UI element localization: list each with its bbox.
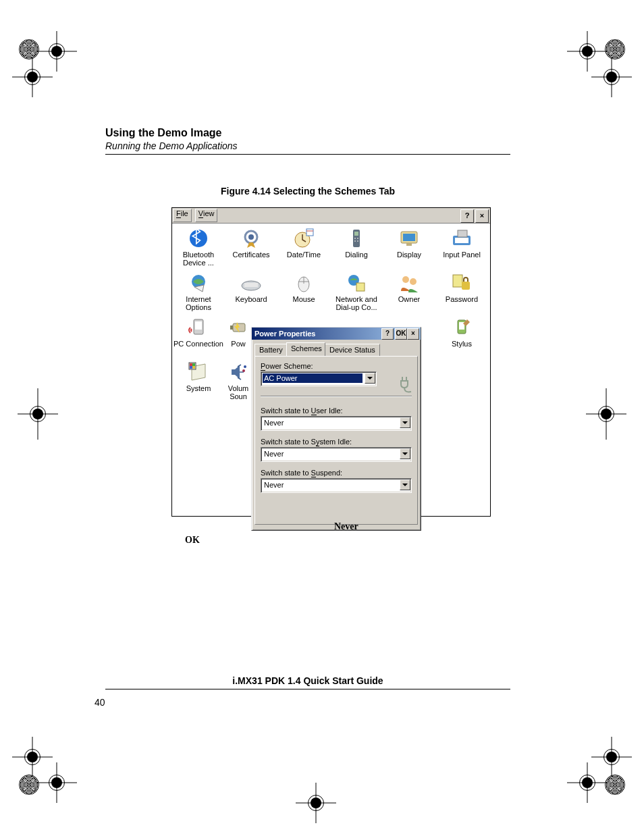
- cp-dialing[interactable]: Dialing: [330, 228, 383, 259]
- keyboard-icon: [240, 272, 262, 294]
- tab-schemes[interactable]: Schemes: [286, 342, 325, 356]
- cp-power[interactable]: Pow: [225, 317, 252, 348]
- certificate-icon: [240, 228, 262, 249]
- cp-label: Date/Time: [277, 251, 330, 259]
- cp-network[interactable]: Network and Dial-up Co...: [330, 272, 383, 311]
- svg-rect-26: [462, 282, 470, 290]
- cp-keyboard[interactable]: Keyboard: [225, 272, 277, 303]
- help-button[interactable]: ?: [460, 209, 474, 223]
- cp-label: System: [172, 384, 225, 392]
- power-scheme-combo[interactable]: AC Power: [261, 371, 377, 386]
- lock-icon: [451, 272, 473, 294]
- close-button[interactable]: ×: [475, 209, 489, 223]
- header-rule: [105, 154, 510, 155]
- control-panel: Bluetooth Device ... Certificates Date/T…: [172, 224, 490, 516]
- page-number: 40: [95, 697, 105, 708]
- cp-label: Bluetooth Device ...: [172, 251, 225, 267]
- power-scheme-label: Power Scheme:: [261, 362, 412, 370]
- svg-rect-19: [244, 283, 258, 287]
- screenshot-window: File View ? × Bluetooth Device ... Certi…: [171, 207, 491, 517]
- footer-rule: [105, 689, 510, 689]
- cp-volume[interactable]: Volum Soun: [225, 361, 252, 400]
- svg-rect-30: [230, 325, 233, 330]
- chevron-down-icon[interactable]: [365, 373, 375, 384]
- svg-rect-34: [190, 363, 192, 366]
- svg-point-23: [402, 276, 409, 283]
- cp-password[interactable]: Password: [435, 272, 488, 303]
- cp-owner[interactable]: Owner: [383, 272, 435, 303]
- svg-rect-25: [453, 275, 462, 287]
- pda-icon: [188, 317, 209, 338]
- svg-point-10: [357, 240, 358, 242]
- svg-point-7: [354, 238, 356, 239]
- chevron-down-icon[interactable]: [400, 417, 410, 428]
- cp-label: Certificates: [225, 251, 277, 259]
- caption-never: Never: [334, 521, 358, 532]
- user-idle-combo[interactable]: Never: [261, 416, 412, 431]
- svg-rect-6: [354, 232, 358, 236]
- svg-point-8: [357, 238, 358, 239]
- menu-file[interactable]: File: [173, 209, 192, 222]
- svg-rect-4: [306, 229, 313, 236]
- dialog-help-button[interactable]: ?: [381, 328, 394, 340]
- figure-caption: Figure 4.14 Selecting the Schemes Tab: [105, 186, 510, 197]
- cp-label: Network and Dial-up Co...: [330, 295, 383, 311]
- dialog-ok-button[interactable]: OK: [395, 328, 407, 340]
- cp-internet[interactable]: Internet Options: [172, 272, 225, 311]
- combo-value: Never: [263, 480, 398, 490]
- inputpanel-icon: [451, 228, 473, 249]
- power-properties-dialog: Power Properties ? OK × Battery Schemes …: [251, 327, 421, 531]
- svg-rect-16: [458, 230, 467, 237]
- dialog-titlebar[interactable]: Power Properties ? OK ×: [252, 328, 421, 340]
- cp-label: Volum Soun: [225, 384, 252, 400]
- cp-label: Stylus: [435, 340, 488, 348]
- phone-icon: [346, 228, 367, 249]
- cp-datetime[interactable]: Date/Time: [277, 228, 330, 259]
- cp-label: Pow: [225, 340, 252, 348]
- user-idle-label: Switch state to User Idle:: [261, 407, 412, 415]
- cp-pcconn[interactable]: PC Connection: [172, 317, 225, 348]
- dialog-tabs: Battery Schemes Device Status: [254, 342, 418, 356]
- cp-display[interactable]: Display: [383, 228, 435, 259]
- cp-label: PC Connection: [172, 340, 225, 348]
- cp-label: Internet Options: [172, 295, 225, 311]
- header-subtitle: Running the Demo Applications: [105, 140, 510, 151]
- menubar: File View ? ×: [172, 208, 490, 224]
- svg-rect-12: [403, 234, 415, 241]
- cp-label: Password: [435, 295, 488, 303]
- cp-bluetooth[interactable]: Bluetooth Device ...: [172, 228, 225, 267]
- mouse-icon: [293, 272, 315, 294]
- speaker-icon: [227, 361, 249, 383]
- cp-label: Display: [383, 251, 435, 259]
- cp-system[interactable]: System: [172, 361, 225, 392]
- footer-title: i.MX31 PDK 1.4 Quick Start Guide: [105, 675, 510, 686]
- suspend-combo[interactable]: Never: [261, 478, 412, 493]
- owner-icon: [398, 272, 420, 294]
- chevron-down-icon[interactable]: [400, 448, 410, 459]
- dialog-close-button[interactable]: ×: [407, 328, 419, 340]
- dialog-title: Power Properties: [254, 330, 315, 338]
- cp-label: Input Panel: [435, 251, 488, 259]
- suspend-label: Switch state to Suspend:: [261, 469, 412, 477]
- cp-inputpanel[interactable]: Input Panel: [435, 228, 488, 259]
- combo-value: Never: [263, 449, 398, 459]
- cp-stylus[interactable]: Stylus: [435, 317, 488, 348]
- svg-rect-37: [192, 366, 195, 369]
- tab-battery[interactable]: Battery: [254, 344, 287, 356]
- menu-view[interactable]: View: [195, 209, 218, 222]
- svg-point-24: [410, 278, 417, 285]
- cp-label: Mouse: [277, 295, 330, 303]
- system-idle-combo[interactable]: Never: [261, 447, 412, 462]
- system-idle-label: Switch state to System Idle:: [261, 438, 412, 446]
- bluetooth-icon: [188, 228, 209, 249]
- caption-ok: OK: [185, 535, 200, 546]
- svg-rect-36: [190, 366, 192, 369]
- tab-device-status[interactable]: Device Status: [325, 344, 380, 356]
- system-icon: [188, 361, 209, 383]
- chevron-down-icon[interactable]: [400, 479, 410, 490]
- cp-mouse[interactable]: Mouse: [277, 272, 330, 303]
- svg-point-9: [354, 240, 356, 242]
- combo-value: AC Power: [263, 373, 363, 383]
- svg-rect-13: [406, 243, 412, 246]
- cp-certificates[interactable]: Certificates: [225, 228, 277, 259]
